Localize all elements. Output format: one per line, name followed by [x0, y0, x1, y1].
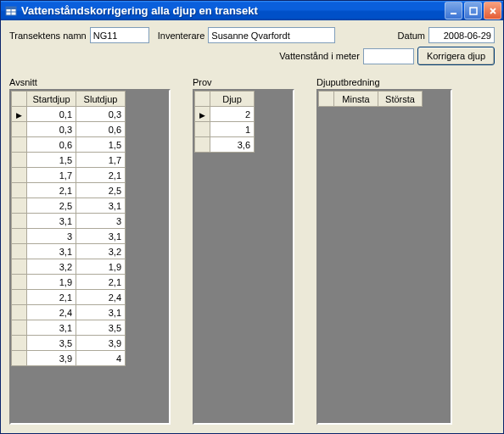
cell[interactable]: 3,9 — [27, 351, 76, 366]
cell[interactable]: 3 — [27, 229, 76, 244]
row-header[interactable] — [12, 168, 27, 183]
row-header[interactable] — [12, 229, 27, 244]
table-row[interactable]: 1,51,7 — [12, 153, 126, 168]
table-row[interactable]: 2,53,1 — [12, 198, 126, 214]
row-header[interactable] — [12, 275, 27, 290]
cell[interactable]: 2 — [210, 107, 255, 122]
row-header[interactable] — [195, 137, 210, 153]
inventory-label: Inventerare — [158, 31, 205, 41]
minimize-button[interactable] — [445, 2, 462, 19]
row-header[interactable] — [12, 183, 27, 198]
row-header[interactable] — [12, 244, 27, 259]
cell[interactable]: 1,7 — [76, 153, 126, 168]
cell[interactable]: 3,1 — [27, 244, 76, 259]
cell[interactable]: 2,5 — [76, 183, 126, 198]
column-header[interactable]: Djup — [210, 92, 255, 107]
row-header[interactable] — [12, 336, 27, 351]
column-header[interactable]: Minsta — [334, 92, 378, 107]
close-button[interactable] — [484, 2, 501, 19]
prov-grid[interactable]: Djup213,6 — [194, 91, 255, 153]
table-row[interactable]: 0,61,5 — [12, 137, 126, 153]
table-row[interactable]: 3,13,5 — [12, 320, 126, 336]
table-row[interactable]: 33,1 — [12, 229, 126, 244]
date-field[interactable] — [428, 27, 495, 43]
cell[interactable]: 3,9 — [76, 336, 126, 351]
transect-name-field[interactable] — [90, 27, 149, 43]
cell[interactable]: 3,2 — [27, 259, 76, 275]
waterlevel-label: Vattenstånd i meter — [279, 51, 360, 61]
cell[interactable]: 3,5 — [76, 320, 126, 336]
cell[interactable]: 2,4 — [27, 305, 76, 320]
column-header[interactable]: Startdjup — [27, 92, 76, 107]
date-label: Datum — [398, 31, 425, 41]
table-row[interactable]: 3,6 — [195, 137, 255, 153]
djuput-grid[interactable]: MinstaStörsta — [318, 91, 423, 107]
grid-corner — [195, 92, 210, 107]
djuput-panel: Djuputbredning MinstaStörsta — [316, 77, 452, 425]
table-row[interactable]: 3,21,9 — [12, 259, 126, 275]
table-row[interactable]: 2,12,5 — [12, 183, 126, 198]
cell[interactable]: 2,1 — [27, 183, 76, 198]
cell[interactable]: 0,3 — [27, 122, 76, 137]
cell[interactable]: 3,1 — [27, 320, 76, 336]
cell[interactable]: 2,5 — [27, 198, 76, 214]
row-header[interactable] — [12, 290, 27, 305]
cell[interactable]: 2,1 — [76, 275, 126, 290]
svg-rect-4 — [451, 13, 456, 14]
table-row[interactable]: 3,94 — [12, 351, 126, 366]
cell[interactable]: 3,1 — [76, 305, 126, 320]
table-row[interactable]: 2,12,4 — [12, 290, 126, 305]
cell[interactable]: 3,1 — [76, 198, 126, 214]
table-row[interactable]: 3,13 — [12, 214, 126, 229]
cell[interactable]: 0,6 — [76, 122, 126, 137]
table-row[interactable]: 0,10,3 — [12, 107, 126, 122]
transect-name-label: Transektens namn — [9, 31, 87, 41]
cell[interactable]: 0,6 — [27, 137, 76, 153]
row-header[interactable] — [12, 122, 27, 137]
cell[interactable]: 3,6 — [210, 137, 255, 153]
row-header[interactable] — [12, 214, 27, 229]
cell[interactable]: 3 — [76, 214, 126, 229]
inventory-field[interactable] — [208, 27, 335, 43]
cell[interactable]: 3,1 — [76, 229, 126, 244]
table-row[interactable]: 1,72,1 — [12, 168, 126, 183]
cell[interactable]: 3,2 — [76, 244, 126, 259]
row-header[interactable] — [12, 107, 27, 122]
cell[interactable]: 3,5 — [27, 336, 76, 351]
maximize-button[interactable] — [464, 2, 482, 19]
waterlevel-input[interactable] — [363, 48, 414, 64]
cell[interactable]: 4 — [76, 351, 126, 366]
row-header[interactable] — [195, 122, 210, 137]
cell[interactable]: 1 — [210, 122, 255, 137]
cell[interactable]: 0,3 — [76, 107, 126, 122]
cell[interactable]: 1,5 — [76, 137, 126, 153]
cell[interactable]: 0,1 — [27, 107, 76, 122]
table-row[interactable]: 1,92,1 — [12, 275, 126, 290]
row-header[interactable] — [12, 259, 27, 275]
cell[interactable]: 3,1 — [27, 214, 76, 229]
cell[interactable]: 1,5 — [27, 153, 76, 168]
column-header[interactable]: Slutdjup — [76, 92, 126, 107]
cell[interactable]: 1,9 — [76, 259, 126, 275]
row-header[interactable] — [12, 137, 27, 153]
table-row[interactable]: 2,43,1 — [12, 305, 126, 320]
row-header[interactable] — [12, 305, 27, 320]
table-row[interactable]: 2 — [195, 107, 255, 122]
correct-depth-button[interactable]: Korrigera djup — [417, 47, 495, 65]
cell[interactable]: 1,7 — [27, 168, 76, 183]
row-header[interactable] — [195, 107, 210, 122]
table-row[interactable]: 3,13,2 — [12, 244, 126, 259]
row-header[interactable] — [12, 351, 27, 366]
cell[interactable]: 2,1 — [76, 168, 126, 183]
cell[interactable]: 2,4 — [76, 290, 126, 305]
cell[interactable]: 1,9 — [27, 275, 76, 290]
table-row[interactable]: 0,30,6 — [12, 122, 126, 137]
row-header[interactable] — [12, 198, 27, 214]
row-header[interactable] — [12, 153, 27, 168]
table-row[interactable]: 3,53,9 — [12, 336, 126, 351]
row-header[interactable] — [12, 320, 27, 336]
column-header[interactable]: Största — [378, 92, 423, 107]
cell[interactable]: 2,1 — [27, 290, 76, 305]
table-row[interactable]: 1 — [195, 122, 255, 137]
avsnitt-grid[interactable]: StartdjupSlutdjup0,10,30,30,60,61,51,51,… — [11, 91, 126, 366]
